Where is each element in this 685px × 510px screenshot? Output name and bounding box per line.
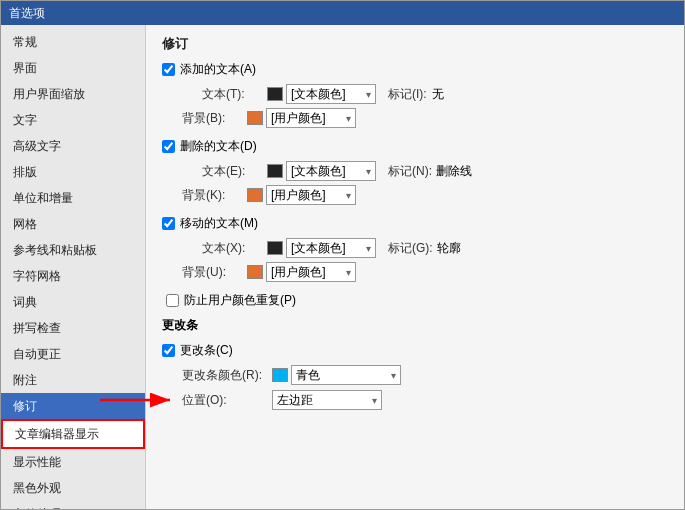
text-field-row: 文本(X):[文本颜色]▾标记(G):轮廓: [202, 238, 668, 258]
checkbox-label: 添加的文本(A): [180, 61, 256, 78]
sidebar-item-4[interactable]: 高级文字: [1, 133, 145, 159]
moved-text-indent: 文本(X):[文本颜色]▾标记(G):轮廓背景(U):[用户颜色]▾: [182, 238, 668, 282]
change-bar-position-dropdown[interactable]: 左边距▾: [272, 390, 382, 410]
color-dropdown[interactable]: [文本颜色]▾: [286, 238, 376, 258]
sidebar-item-3[interactable]: 文字: [1, 107, 145, 133]
checkbox[interactable]: [162, 140, 175, 153]
bg-field-row: 背景(K):[用户颜色]▾: [182, 185, 668, 205]
change-bar-header: 更改条: [162, 317, 668, 334]
field-label: 文本(T):: [202, 86, 267, 103]
deleted-text-indent: 文本(E):[文本颜色]▾标记(N):删除线背景(K):[用户颜色]▾: [182, 161, 668, 205]
bg-color-swatch: [247, 188, 263, 202]
color-swatch: [267, 164, 283, 178]
sidebar-item-2[interactable]: 用户界面缩放: [1, 81, 145, 107]
bg-field-row: 背景(B):[用户颜色]▾: [182, 108, 668, 128]
sidebar-item-6[interactable]: 单位和增量: [1, 185, 145, 211]
added-text-group: 添加的文本(A)文本(T):[文本颜色]▾标记(I):无背景(B):[用户颜色]…: [162, 61, 668, 128]
title-bar: 首选项: [1, 1, 684, 25]
change-bar-color-dropdown[interactable]: 青色▾: [291, 365, 401, 385]
checkbox-row: 删除的文本(D): [162, 138, 668, 155]
change-bar-color-row: 更改条颜色(R):青色▾: [182, 365, 668, 385]
sidebar-item-13[interactable]: 附注: [1, 367, 145, 393]
added-text-indent: 文本(T):[文本颜色]▾标记(I):无背景(B):[用户颜色]▾: [182, 84, 668, 128]
sidebar-item-10[interactable]: 词典: [1, 289, 145, 315]
checkbox-label: 更改条(C): [180, 342, 233, 359]
checkbox[interactable]: [162, 217, 175, 230]
text-field-row: 文本(T):[文本颜色]▾标记(I):无: [202, 84, 668, 104]
change-bar-position-label: 位置(O):: [182, 392, 272, 409]
checkbox[interactable]: [162, 63, 175, 76]
color-dropdown[interactable]: [文本颜色]▾: [286, 84, 376, 104]
sidebar-item-12[interactable]: 自动更正: [1, 341, 145, 367]
checkbox-label: 移动的文本(M): [180, 215, 258, 232]
sidebar-item-18[interactable]: 文件处理: [1, 501, 145, 509]
sidebar-item-15[interactable]: 文章编辑器显示: [1, 419, 145, 449]
mark-value: 无: [432, 86, 444, 103]
bg-color-dropdown[interactable]: [用户颜色]▾: [266, 185, 356, 205]
content-area: 常规界面用户界面缩放文字高级文字排版单位和增量网格参考线和粘贴板字符网格词典拼写…: [1, 25, 684, 509]
sidebar-item-0[interactable]: 常规: [1, 29, 145, 55]
change-bar-position-row: 位置(O):左边距▾: [182, 390, 668, 410]
mark-label: 标记(G):: [388, 240, 433, 257]
sidebar-item-5[interactable]: 排版: [1, 159, 145, 185]
sidebar-item-7[interactable]: 网格: [1, 211, 145, 237]
bg-label: 背景(U):: [182, 264, 247, 281]
checkbox-row: 更改条(C): [162, 342, 668, 359]
color-swatch: [267, 241, 283, 255]
sidebar-item-9[interactable]: 字符网格: [1, 263, 145, 289]
main-panel: 修订添加的文本(A)文本(T):[文本颜色]▾标记(I):无背景(B):[用户颜…: [146, 25, 684, 509]
deleted-text-group: 删除的文本(D)文本(E):[文本颜色]▾标记(N):删除线背景(K):[用户颜…: [162, 138, 668, 205]
mark-label: 标记(I):: [388, 86, 428, 103]
change-bar-group: 更改条(C)更改条颜色(R):青色▾位置(O):左边距▾: [162, 342, 668, 410]
prevent-color-checkbox[interactable]: [166, 294, 179, 307]
sidebar-item-8[interactable]: 参考线和粘贴板: [1, 237, 145, 263]
prevent-color-row: 防止用户颜色重复(P): [166, 292, 668, 309]
checkbox[interactable]: [162, 344, 175, 357]
sidebar-item-16[interactable]: 显示性能: [1, 449, 145, 475]
bg-color-dropdown[interactable]: [用户颜色]▾: [266, 262, 356, 282]
mark-label: 标记(N):: [388, 163, 432, 180]
moved-text-group: 移动的文本(M)文本(X):[文本颜色]▾标记(G):轮廓背景(U):[用户颜色…: [162, 215, 668, 282]
window-title: 首选项: [9, 5, 45, 22]
sidebar-item-11[interactable]: 拼写检查: [1, 315, 145, 341]
checkbox-label: 删除的文本(D): [180, 138, 257, 155]
field-label: 文本(E):: [202, 163, 267, 180]
change-bar-color-label: 更改条颜色(R):: [182, 367, 272, 384]
color-swatch: [267, 87, 283, 101]
checkbox-row: 移动的文本(M): [162, 215, 668, 232]
preferences-window: 首选项 常规界面用户界面缩放文字高级文字排版单位和增量网格参考线和粘贴板字符网格…: [0, 0, 685, 510]
checkbox-row: 添加的文本(A): [162, 61, 668, 78]
bg-color-dropdown[interactable]: [用户颜色]▾: [266, 108, 356, 128]
field-label: 文本(X):: [202, 240, 267, 257]
bg-color-swatch: [247, 111, 263, 125]
sidebar-item-1[interactable]: 界面: [1, 55, 145, 81]
color-dropdown[interactable]: [文本颜色]▾: [286, 161, 376, 181]
text-field-row: 文本(E):[文本颜色]▾标记(N):删除线: [202, 161, 668, 181]
change-bar-color-swatch: [272, 368, 288, 382]
sidebar-item-17[interactable]: 黑色外观: [1, 475, 145, 501]
sidebar-item-14[interactable]: 修订: [1, 393, 145, 419]
mark-value: 删除线: [436, 163, 472, 180]
sidebar: 常规界面用户界面缩放文字高级文字排版单位和增量网格参考线和粘贴板字符网格词典拼写…: [1, 25, 146, 509]
mark-value: 轮廓: [437, 240, 461, 257]
prevent-color-label: 防止用户颜色重复(P): [184, 292, 296, 309]
bg-label: 背景(K):: [182, 187, 247, 204]
bg-color-swatch: [247, 265, 263, 279]
bg-label: 背景(B):: [182, 110, 247, 127]
section-title: 修订: [162, 35, 668, 53]
bg-field-row: 背景(U):[用户颜色]▾: [182, 262, 668, 282]
